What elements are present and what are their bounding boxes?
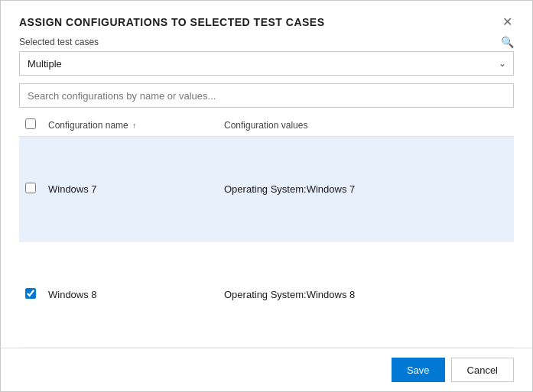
td-checkbox-2 — [19, 242, 42, 348]
row-checkbox-1[interactable] — [25, 183, 36, 193]
td-values-1: Operating System:Windows 7 — [218, 137, 514, 242]
td-checkbox-1 — [19, 137, 42, 242]
row-checkbox-2[interactable] — [25, 288, 36, 299]
close-button[interactable]: ✕ — [501, 16, 514, 28]
table-row: Windows 7 Operating System:Windows 7 — [19, 137, 514, 242]
save-button[interactable]: Save — [392, 358, 445, 382]
table-body: Windows 7 Operating System:Windows 7 Win… — [19, 137, 514, 348]
td-name-1: Windows 7 — [42, 137, 218, 242]
dialog: ASSIGN CONFIGURATIONS TO SELECTED TEST C… — [0, 0, 533, 392]
table-row: Windows 8 Operating System:Windows 8 — [19, 242, 514, 348]
selected-label-row: Selected test cases 🔍 — [19, 36, 514, 48]
dropdown-wrapper: Multiple ⌄ — [19, 51, 514, 76]
table-header: Configuration name ↑ Configuration value… — [19, 114, 514, 137]
test-cases-dropdown[interactable]: Multiple — [19, 51, 514, 76]
search-input[interactable] — [19, 83, 514, 108]
td-name-2: Windows 8 — [42, 242, 218, 348]
title-bar: ASSIGN CONFIGURATIONS TO SELECTED TEST C… — [1, 1, 532, 36]
th-checkbox — [19, 114, 42, 137]
configurations-table: Configuration name ↑ Configuration value… — [19, 114, 514, 348]
search-icon: 🔍 — [501, 36, 514, 48]
dialog-body: Selected test cases 🔍 Multiple ⌄ Configu… — [1, 36, 532, 348]
td-values-2: Operating System:Windows 8 — [218, 242, 514, 348]
dialog-title: ASSIGN CONFIGURATIONS TO SELECTED TEST C… — [19, 16, 325, 28]
selected-test-cases-label: Selected test cases — [19, 37, 99, 47]
th-values: Configuration values — [218, 114, 514, 137]
cancel-button[interactable]: Cancel — [451, 358, 514, 382]
th-name: Configuration name ↑ — [42, 114, 218, 137]
sort-arrow-icon: ↑ — [132, 121, 136, 130]
dialog-footer: Save Cancel — [1, 348, 532, 391]
select-all-checkbox[interactable] — [25, 118, 36, 129]
